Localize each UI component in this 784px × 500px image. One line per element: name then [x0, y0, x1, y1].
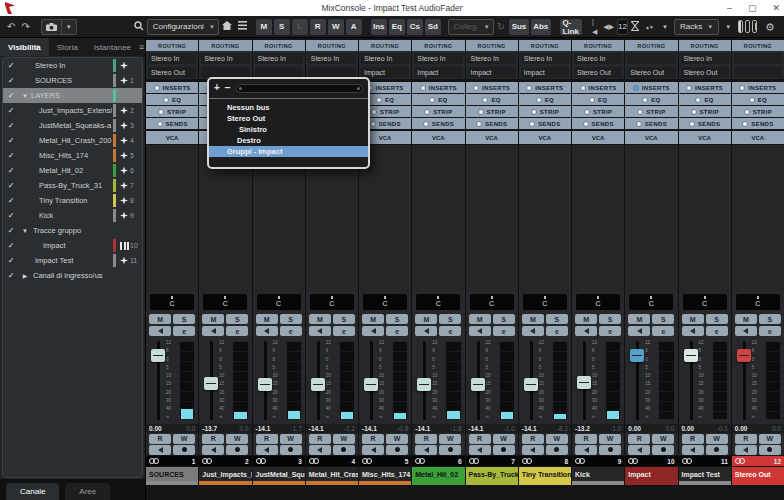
peak-db-value[interactable]: -1.0 [504, 425, 515, 432]
input-routing-cell[interactable]: Stereo In [521, 53, 569, 64]
fader-db-value[interactable]: 0.00 [682, 425, 695, 432]
peak-db-value[interactable]: -0.8 [397, 425, 408, 432]
solo-button[interactable]: S [706, 314, 728, 324]
sends-rack[interactable]: SENDS [732, 118, 784, 129]
layout-window-button[interactable] [752, 20, 757, 33]
monitor-button[interactable] [362, 445, 384, 455]
peak-db-value[interactable]: 0.0 [186, 425, 195, 432]
visibility-checkmark[interactable]: ✓ [3, 136, 19, 145]
peak-db-value[interactable]: -1.0 [610, 425, 621, 432]
routing-header[interactable]: ROUTING [625, 40, 677, 51]
solo-button[interactable]: S [759, 314, 781, 324]
strip-led[interactable] [424, 109, 430, 115]
visibility-checkmark[interactable]: ✓ [3, 271, 19, 280]
fader-handle[interactable] [737, 349, 751, 362]
inserts-led[interactable] [473, 85, 479, 91]
pan-control[interactable]: C [310, 294, 354, 310]
strip-rack[interactable]: STRIP [679, 106, 731, 117]
write-automation-button[interactable]: W [439, 434, 461, 444]
read-automation-button[interactable]: R [575, 434, 597, 444]
read-automation-button[interactable]: R [202, 434, 224, 444]
input-routing-cell[interactable]: Stereo In [148, 53, 196, 64]
fader-track[interactable] [203, 339, 219, 422]
routing-header[interactable]: ROUTING [466, 40, 518, 51]
sends-led[interactable] [423, 121, 429, 127]
strip-led[interactable] [158, 109, 164, 115]
edit-channel-button[interactable]: e [386, 326, 408, 336]
visibility-checkmark[interactable]: ✓ [3, 211, 19, 220]
read-all-button[interactable]: R [310, 19, 326, 35]
pan-control[interactable]: C [470, 294, 514, 310]
mute-button[interactable]: M [202, 314, 224, 324]
mute-button[interactable]: M [628, 314, 650, 324]
routing-header[interactable]: ROUTING [146, 40, 198, 51]
fader-handle[interactable] [151, 349, 165, 362]
tab-aree[interactable]: Aree [65, 483, 110, 500]
visibility-checkmark[interactable]: ✓ [3, 166, 19, 175]
vca-rack[interactable]: VCA [732, 131, 784, 144]
monitor-button[interactable] [309, 445, 331, 455]
listen-button[interactable] [469, 326, 491, 336]
pan-control[interactable]: C [629, 294, 673, 310]
edit-channel-button[interactable]: e [706, 326, 728, 336]
inserts-rack[interactable]: INSERTS [679, 82, 731, 93]
visibility-row[interactable]: ✓ Stereo In [3, 58, 142, 73]
edit-channel-button[interactable]: e [280, 326, 302, 336]
mute-button[interactable]: M [575, 314, 597, 324]
routing-header[interactable]: ROUTING [199, 40, 251, 51]
write-automation-button[interactable]: W [226, 434, 248, 444]
routing-header[interactable]: ROUTING [359, 40, 411, 51]
monitor-button[interactable] [735, 445, 757, 455]
record-enable-button[interactable] [493, 445, 515, 455]
sends-rack[interactable]: SENDS [519, 118, 571, 129]
strip-rack[interactable]: STRIP [466, 106, 518, 117]
edit-channel-button[interactable]: e [173, 326, 195, 336]
popup-search-input[interactable] [236, 84, 363, 93]
layout-left-zone-button[interactable] [738, 20, 743, 33]
channel-name-cell[interactable]: Tiny Transition [519, 467, 571, 481]
output-routing-cell[interactable] [201, 67, 249, 78]
visibility-checkmark[interactable]: ✓ [3, 121, 19, 130]
strip-rack[interactable]: STRIP [519, 106, 571, 117]
fader-handle[interactable] [364, 378, 378, 391]
edit-channel-button[interactable]: e [759, 326, 781, 336]
output-routing-cell[interactable]: Impact [361, 67, 409, 78]
eq-rack[interactable]: EQ [625, 94, 677, 105]
write-automation-button[interactable]: W [652, 434, 674, 444]
record-enable-button[interactable] [173, 445, 195, 455]
popup-item[interactable]: Destro [209, 135, 368, 146]
mute-button[interactable]: M [309, 314, 331, 324]
read-automation-button[interactable]: R [735, 434, 757, 444]
strip-led[interactable] [744, 109, 750, 115]
popup-item[interactable]: Stereo Out [209, 113, 368, 124]
visibility-row[interactable]: ✓ Kick 9 [3, 208, 142, 223]
expand-arrow-icon[interactable]: ▼ [19, 228, 31, 234]
channel-name-cell[interactable]: Misc_Hits_174 [359, 467, 411, 481]
visibility-row[interactable]: ✓ SOURCES 1 [3, 73, 142, 88]
visibility-row[interactable]: ✓ ▼ LAYERS [3, 88, 142, 103]
pan-control[interactable]: C [416, 294, 460, 310]
mute-button[interactable]: M [522, 314, 544, 324]
fader-handle[interactable] [684, 349, 698, 362]
minimize-button[interactable]: – [727, 3, 732, 13]
visibility-row[interactable]: ✓ ▼ Tracce gruppo [3, 223, 142, 238]
record-enable-button[interactable] [226, 445, 248, 455]
solo-button[interactable]: S [493, 314, 515, 324]
listen-button[interactable] [575, 326, 597, 336]
tab-storia[interactable]: Storia [49, 38, 86, 56]
eq-led[interactable] [163, 97, 169, 103]
inserts-led[interactable] [154, 85, 160, 91]
inserts-rack[interactable]: INSERTS [466, 82, 518, 93]
eq-led[interactable] [589, 97, 595, 103]
solo-button[interactable]: S [652, 314, 674, 324]
fader-track[interactable] [470, 339, 486, 422]
write-automation-button[interactable]: W [386, 434, 408, 444]
mute-all-button[interactable]: M [256, 19, 272, 35]
input-routing-cell[interactable]: Stereo In [574, 53, 622, 64]
write-all-button[interactable]: W [328, 19, 344, 35]
strip-led[interactable] [691, 109, 697, 115]
write-automation-button[interactable]: W [173, 434, 195, 444]
strip-rack[interactable]: STRIP [732, 106, 784, 117]
sends-led[interactable] [689, 121, 695, 127]
bypass-eq-button[interactable]: Eq [389, 19, 405, 35]
